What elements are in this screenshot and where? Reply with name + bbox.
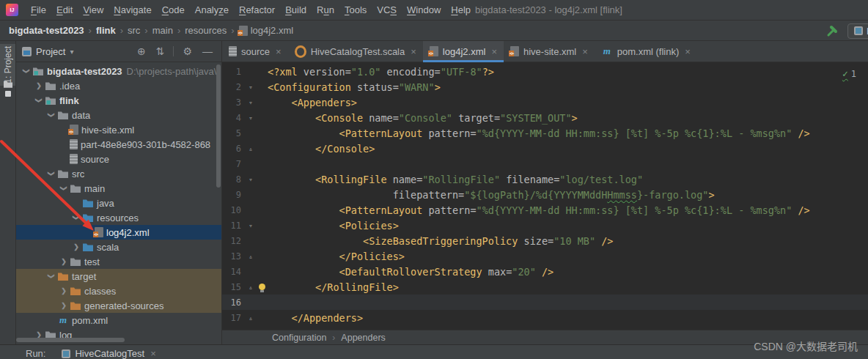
chevron-icon[interactable]: ❯ <box>58 302 70 309</box>
breadcrumb-item-main[interactable]: main <box>151 23 174 37</box>
close-icon[interactable]: × <box>685 46 691 57</box>
editor-breadcrumb-appenders[interactable]: Appenders <box>341 333 385 343</box>
run-configuration-chip[interactable]: H <box>847 23 868 39</box>
menu-analyze[interactable]: Analyze <box>190 2 234 18</box>
tree-vertical-scrollbar[interactable] <box>216 64 221 188</box>
line-number: 4 <box>222 113 246 123</box>
tree-item-main[interactable]: ❯main <box>16 181 221 196</box>
locate-file-icon[interactable]: ⊕ <box>134 45 149 57</box>
breadcrumb-item-log4j2.xml[interactable]: <>log4j2.xml <box>238 23 295 37</box>
folder-excl-icon <box>70 285 81 297</box>
project-panel-title[interactable]: Project <box>36 46 65 57</box>
menu-refactor[interactable]: Refactor <box>234 2 280 18</box>
bookmark-mini-icon[interactable] <box>5 91 11 97</box>
fold-marker-icon[interactable]: ▵ <box>246 253 256 260</box>
fold-marker-icon[interactable]: ▵ <box>246 284 256 291</box>
tree-item-generated-sources[interactable]: ❯generated-sources <box>16 298 221 313</box>
breadcrumb-item-src[interactable]: src <box>126 23 141 37</box>
fold-marker-icon[interactable]: ▿ <box>246 99 256 106</box>
tab-hive-site-xml[interactable]: <>hive-site.xml× <box>504 41 595 62</box>
menu-run[interactable]: Run <box>312 2 339 18</box>
hide-panel-icon[interactable]: — <box>199 45 216 57</box>
menu-view[interactable]: View <box>78 2 108 18</box>
close-icon[interactable]: × <box>150 348 156 359</box>
tree-item-data[interactable]: ❯data <box>16 108 221 122</box>
run-tab[interactable]: HiveCatalogTest × <box>62 345 155 359</box>
tree-item-classes[interactable]: ❯classes <box>16 284 221 298</box>
code-text: <Console name="Console" target="SYSTEM_O… <box>268 112 578 124</box>
menu-help[interactable]: Help <box>446 2 476 18</box>
fold-marker-icon[interactable]: ▿ <box>246 176 256 183</box>
chevron-icon[interactable]: ❯ <box>35 95 43 106</box>
fold-marker-icon[interactable]: ▿ <box>246 114 256 122</box>
fold-marker-icon[interactable]: ▿ <box>246 84 256 91</box>
breadcrumb-item-resources[interactable]: resources <box>183 23 228 37</box>
folder-mini-icon[interactable] <box>4 79 12 90</box>
tree-item-java[interactable]: java <box>16 196 221 210</box>
menu-navigate[interactable]: Navigate <box>108 2 156 18</box>
folder-src-icon <box>82 197 94 209</box>
breadcrumb-item-flink[interactable]: flink <box>95 23 117 37</box>
file-xml-icon: <> <box>70 125 78 135</box>
menu-code[interactable]: Code <box>157 2 190 18</box>
chevron-icon[interactable]: ❯ <box>48 168 55 180</box>
tree-item-log4j2-xml[interactable]: <>log4j2.xml <box>16 225 221 240</box>
tab-log4j2-xml[interactable]: <>log4j2.xml× <box>423 41 504 62</box>
code-text: <PatternLayout pattern="%d{YYYY-MM-dd HH… <box>268 127 810 139</box>
menu-vcs[interactable]: VCS <box>372 2 402 18</box>
chevron-icon[interactable]: ❯ <box>60 182 67 194</box>
tree-item-pom-xml[interactable]: mpom.xml <box>16 313 221 327</box>
tree-item-scala[interactable]: ❯scala <box>16 240 221 254</box>
chevron-icon[interactable]: ❯ <box>70 243 82 251</box>
inspections-widget[interactable]: ✓ 1 <box>842 68 856 79</box>
fold-marker-icon[interactable]: ▵ <box>246 145 256 152</box>
chevron-icon[interactable]: ❯ <box>58 287 70 295</box>
menu-tools[interactable]: Tools <box>339 2 372 18</box>
gear-icon[interactable]: ⚙ <box>180 45 195 57</box>
fold-marker-icon[interactable]: ▿ <box>246 222 256 229</box>
chevron-icon[interactable]: ❯ <box>48 270 55 282</box>
close-icon[interactable]: × <box>582 46 588 57</box>
tree-item-resources[interactable]: ❯resources <box>16 210 221 225</box>
menu-edit[interactable]: Edit <box>51 2 78 18</box>
tree-item-part-48e8e903-301b-4582-868[interactable]: part-48e8e903-301b-4582-868 <box>16 137 221 152</box>
fold-marker-icon[interactable]: ▵ <box>246 314 256 322</box>
menu-window[interactable]: Window <box>402 2 446 18</box>
breadcrumb-label: src <box>128 25 140 36</box>
chevron-icon[interactable]: ❯ <box>23 65 30 77</box>
tree-item-target[interactable]: ❯target <box>16 269 221 284</box>
close-icon[interactable]: × <box>276 46 282 57</box>
menu-file[interactable]: File <box>26 2 51 18</box>
tree-item-src[interactable]: ❯src <box>16 166 221 181</box>
tree-horizontal-scrollbar[interactable] <box>16 338 125 342</box>
close-icon[interactable]: × <box>491 46 497 57</box>
build-hammer-icon[interactable] <box>825 24 839 37</box>
code-editor[interactable]: 1<?xml version="1.0" encoding="UTF-8"?>2… <box>222 62 868 330</box>
menu-build[interactable]: Build <box>280 2 312 18</box>
tree-item-label: bigdata-test2023 <box>47 66 122 77</box>
code-text: <SizeBasedTriggeringPolicy size="10 MB" … <box>268 235 613 247</box>
chevron-icon[interactable]: ❯ <box>73 212 80 223</box>
tree-item--idea[interactable]: ❯.idea <box>16 78 221 93</box>
lightbulb-icon[interactable] <box>259 284 265 290</box>
project-stripe-label: 1: Project <box>3 46 13 84</box>
idea-logo-icon: IJ <box>6 4 18 16</box>
tree-item-flink[interactable]: ❯flink <box>16 93 221 108</box>
tree-item-bigdata-test2023[interactable]: ❯bigdata-test2023D:\projects-path\java\ <box>16 64 221 78</box>
collapse-all-icon[interactable]: ⇅ <box>153 45 168 57</box>
chevron-icon[interactable]: ❯ <box>58 258 70 265</box>
tree-item-source[interactable]: source <box>16 152 221 166</box>
chevron-icon[interactable]: ❯ <box>48 109 55 121</box>
editor-breadcrumb-configuration[interactable]: Configuration <box>272 333 326 343</box>
tree-item-test[interactable]: ❯test <box>16 254 221 269</box>
tree-item-hive-site-xml[interactable]: <>hive-site.xml <box>16 122 221 137</box>
chevron-icon[interactable]: ❯ <box>33 82 45 89</box>
tab-pom-xml-flink-[interactable]: mpom.xml (flink)× <box>595 41 697 62</box>
tab-hivecatalogtest-scala[interactable]: HiveCatalogTest.scala× <box>288 41 423 62</box>
close-icon[interactable]: × <box>411 46 416 57</box>
tab-source[interactable]: source× <box>222 41 288 62</box>
file-text-icon <box>70 154 78 164</box>
chevron-down-icon[interactable]: ▾ <box>70 48 73 56</box>
breadcrumb-item-bigdata-test2023[interactable]: bigdata-test2023 <box>7 23 86 37</box>
breadcrumb-label: resources <box>185 25 227 36</box>
